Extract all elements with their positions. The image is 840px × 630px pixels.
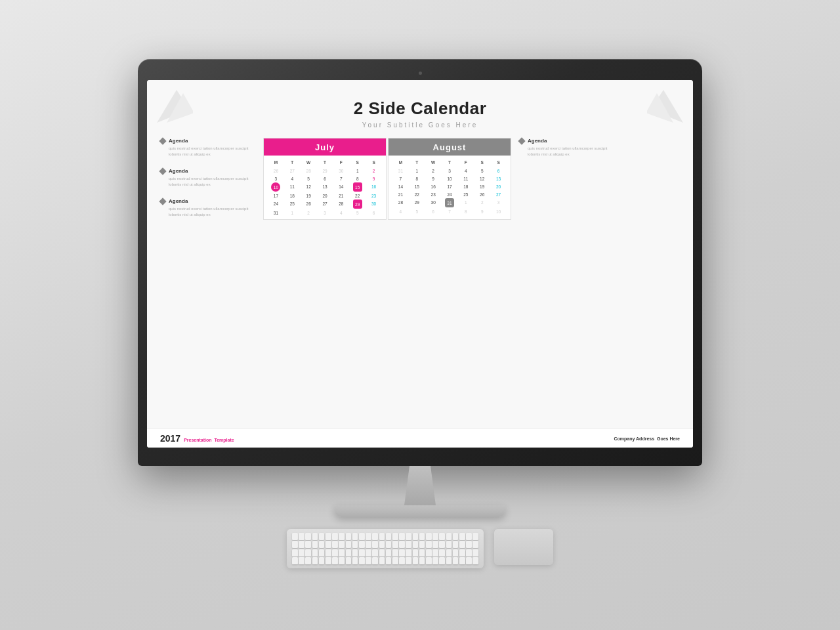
aug-cell-5: 5	[474, 167, 490, 175]
july-cell-21: 21	[333, 192, 349, 200]
agenda-diamond-2	[159, 167, 166, 175]
july-dh-t2: T	[317, 158, 333, 167]
aug-dh-w: W	[425, 158, 442, 167]
aug-dh-s2: S	[490, 158, 507, 167]
agenda-right-diamond-1	[518, 137, 525, 144]
july-calendar-header: July	[264, 138, 386, 156]
aug-cell-4n: 4	[392, 207, 409, 215]
july-cell-9: 9	[366, 175, 382, 182]
july-cell-29: 29	[349, 200, 366, 209]
footer-year: 2017	[160, 433, 180, 444]
july-cell-26: 26	[301, 200, 317, 209]
august-calendar-header: August	[388, 138, 511, 156]
july-dh-m: M	[268, 158, 284, 167]
aug-cell-19: 19	[474, 182, 490, 190]
july-cell-3n: 3	[317, 209, 333, 217]
trackpad	[494, 529, 553, 565]
july-cell-28: 28	[333, 200, 349, 209]
footer-label: Presentation Template	[184, 438, 234, 442]
july-cell-15: 15	[349, 182, 366, 192]
footer-right: Company Address Goes Here	[614, 436, 680, 441]
aug-cell-11: 11	[457, 175, 474, 182]
footer-presentation: Presentation	[184, 438, 211, 442]
july-cell-4n: 4	[333, 209, 349, 217]
footer-company-value: Goes Here	[657, 436, 680, 441]
aug-cell-1n: 1	[457, 198, 474, 207]
monitor-bezel-top	[147, 68, 693, 77]
aug-cell-26: 26	[474, 190, 490, 198]
aug-week-3: 14 15 16 17 18 19 20	[392, 182, 507, 190]
aug-cell-4: 4	[457, 167, 474, 175]
slide-header: 2 Side Calendar Your Subtitle Goes Here	[147, 80, 693, 138]
july-cell-1: 1	[349, 167, 366, 175]
july-cell-14: 14	[333, 182, 349, 192]
july-dh-s2: S	[366, 158, 382, 167]
slide-content: Agenda quis nostrud exerci tation ullamc…	[147, 138, 693, 429]
july-week-5: 24 25 26 27 28 29 30	[268, 200, 382, 209]
aug-cell-9: 9	[425, 175, 442, 182]
aug-cell-3n: 3	[490, 198, 507, 207]
aug-week-1: 31 1 2 3 4 5 6	[392, 167, 507, 175]
aug-cell-6: 6	[490, 167, 507, 175]
aug-dh-t2: T	[442, 158, 458, 167]
july-week-3: 10 11 12 13 14 15 16	[268, 182, 382, 192]
july-cell-19: 19	[301, 192, 317, 200]
july-dh-w: W	[301, 158, 317, 167]
aug-week-6: 4 5 6 7 8 9 10	[392, 207, 507, 215]
july-cell-30: 30	[366, 200, 382, 209]
july-cell-4: 4	[284, 175, 301, 182]
july-cell-8: 8	[349, 175, 366, 182]
aug-cell-13: 13	[490, 175, 507, 182]
agenda-item-title-1: Agenda	[169, 138, 188, 144]
keyboard	[287, 529, 484, 568]
july-dh-f: F	[333, 158, 349, 167]
july-calendar-grid: M T W T F S S 26	[264, 156, 386, 219]
deco-top-left-icon	[154, 87, 193, 126]
monitor-base	[335, 505, 505, 517]
agenda-right-text-1: quis nostrud exerci tation ullamcorper s…	[519, 146, 614, 158]
agenda-item-text-2: quis nostrud exerci tation ullamcorper s…	[160, 176, 255, 188]
july-calendar: July M T W T F S	[263, 138, 387, 220]
agenda-item-title-3: Agenda	[169, 198, 188, 204]
aug-cell-12: 12	[474, 175, 490, 182]
agenda-right-title-1: Agenda	[528, 138, 547, 144]
aug-cell-2n: 2	[474, 198, 490, 207]
july-week-4: 17 18 19 20 21 22 23	[268, 192, 382, 200]
july-cell-5n: 5	[349, 209, 366, 217]
aug-cell-20: 20	[490, 182, 507, 190]
july-cell-31: 31	[268, 209, 284, 217]
july-cell-27: 27	[317, 200, 333, 209]
august-calendar-grid: M T W T F S S 31	[388, 156, 511, 218]
aug-cell-29: 29	[409, 198, 425, 207]
aug-cell-8n: 8	[457, 207, 474, 215]
aug-cell-8: 8	[409, 175, 425, 182]
july-cell-29p: 29	[317, 167, 333, 175]
aug-dh-m: M	[392, 158, 409, 167]
july-cell-5: 5	[301, 175, 317, 182]
aug-week-4: 21 22 23 24 25 26 27	[392, 190, 507, 198]
july-dh-t1: T	[284, 158, 301, 167]
aug-cell-14: 14	[392, 182, 409, 190]
aug-cell-21: 21	[392, 190, 409, 198]
july-day-headers: M T W T F S S	[268, 158, 382, 167]
aug-cell-5n: 5	[409, 207, 425, 215]
july-cell-13: 13	[317, 182, 333, 192]
agenda-diamond-1	[159, 137, 166, 144]
july-cell-6: 6	[317, 175, 333, 182]
aug-dh-s1: S	[474, 158, 490, 167]
slide-title: 2 Side Calendar	[147, 98, 693, 119]
aug-cell-18: 18	[457, 182, 474, 190]
aug-cell-28: 28	[392, 198, 409, 207]
aug-cell-7: 7	[392, 175, 409, 182]
july-cell-17: 17	[268, 192, 284, 200]
aug-cell-3: 3	[442, 167, 458, 175]
aug-week-5: 28 29 30 31 1 2 3	[392, 198, 507, 207]
july-cell-30p: 30	[333, 167, 349, 175]
aug-cell-27: 27	[490, 190, 507, 198]
footer-company-label: Company Address	[614, 436, 654, 441]
aug-cell-10: 10	[442, 175, 458, 182]
aug-dh-f: F	[457, 158, 474, 167]
aug-cell-30: 30	[425, 198, 442, 207]
july-cell-26p: 26	[268, 167, 284, 175]
july-cell-11: 11	[284, 182, 301, 192]
